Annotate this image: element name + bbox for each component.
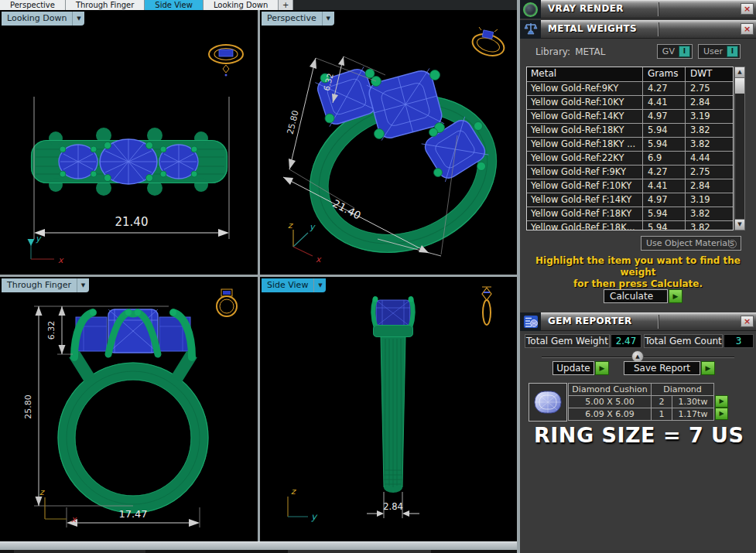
metal-table-row[interactable]: Yellow Gold-Ref:18KY 5.94 3.82 — [527, 124, 733, 138]
chevron-down-icon[interactable]: ▼ — [322, 12, 334, 26]
total-gem-weight-value: 2.47 — [611, 334, 641, 348]
metal-table-row[interactable]: Yellow Gold-Ref:9KY 4.27 2.75 — [527, 82, 733, 96]
axis-x-label: x — [58, 255, 64, 265]
calculate-button[interactable]: Calculate — [604, 289, 668, 303]
viewport-region: Perspective Through Finger Side View Loo… — [0, 0, 517, 541]
bottom-strip-segment — [288, 550, 431, 553]
add-tab-button[interactable]: + — [279, 0, 293, 10]
metal-table-row[interactable]: Yellow Gold-Ref:18KY ... 5.94 3.82 — [527, 138, 733, 152]
gem-thumbnail[interactable] — [529, 383, 567, 422]
metal-table-header: Metal Grams DWT — [527, 67, 733, 82]
user-toggle-label: User — [703, 46, 723, 56]
scrollbar-thumb[interactable] — [735, 78, 744, 94]
total-gem-weight-label: Total Gem Weight — [525, 334, 610, 348]
metal-table-row[interactable]: Yellow Gold-Ref F:10KY 4.41 2.84 — [527, 179, 733, 193]
library-row: Library:METAL — [535, 46, 605, 57]
gv-toggle-label: GV — [662, 46, 675, 56]
use-object-materials-button[interactable]: Use Object Materials — [641, 236, 741, 251]
gv-toggle[interactable]: GV I — [657, 44, 693, 59]
metal-weights-panel-header[interactable]: METAL WEIGHTS × — [520, 20, 756, 39]
ring-perspective-drawing: 25.80 6.32 21.40 z y x — [260, 10, 517, 275]
ring-top-view-drawing: 21.40 y x — [0, 10, 258, 275]
bottom-strip — [0, 550, 517, 553]
library-value: METAL — [575, 46, 605, 57]
matrix-jewelry-cad-window: Perspective Through Finger Side View Loo… — [0, 0, 756, 553]
header-divider — [658, 2, 659, 16]
dwt-column-header[interactable]: DWT — [686, 67, 733, 81]
viewport-tabbar: Perspective Through Finger Side View Loo… — [0, 0, 517, 10]
gem-row-go-icon[interactable]: ▶ — [715, 395, 728, 408]
metal-table-row[interactable]: Yellow Gold-Ref:22KY 6.9 4.44 — [527, 152, 733, 166]
tabbar-filler — [293, 0, 517, 10]
dimension-band-width: 2.84 — [383, 501, 403, 512]
gem-row-count: 1 — [651, 408, 672, 421]
viewport-label-looking-down[interactable]: Looking Down ▼ — [2, 12, 84, 26]
user-toggle[interactable]: User I — [698, 44, 741, 59]
save-report-go-icon[interactable]: ▶ — [701, 361, 715, 375]
gem-report-icon — [520, 312, 541, 331]
total-gem-count-label: Total Gem Count — [644, 334, 723, 348]
tab-looking-down[interactable]: Looking Down — [204, 0, 279, 10]
metal-weights-panel-title: METAL WEIGHTS — [548, 23, 637, 34]
viewport-perspective[interactable]: Perspective ▼ — [260, 10, 517, 275]
header-divider — [658, 22, 659, 36]
viewport-side-view[interactable]: Side View ▼ — [260, 277, 517, 541]
vray-panel-title: VRAY RENDER — [548, 3, 624, 14]
gem-row-weight: 1.30tw — [672, 395, 714, 408]
viewport-looking-down[interactable]: Looking Down ▼ — [0, 10, 258, 275]
axis-x-label: x — [316, 254, 322, 265]
gem-row-go-icon[interactable]: ▶ — [715, 408, 728, 420]
axis-z-label: z — [291, 486, 296, 497]
metal-table-row[interactable]: Yellow Gold-Ref:14KY 4.97 3.19 — [527, 110, 733, 124]
update-go-icon[interactable]: ▶ — [595, 361, 609, 375]
scroll-up-icon[interactable]: ▲ — [735, 67, 744, 78]
axis-z-label: z — [39, 487, 45, 497]
gem-type-header: Diamond Cushion — [568, 383, 652, 396]
scroll-down-icon[interactable]: ▼ — [735, 219, 744, 230]
save-report-button[interactable]: Save Report — [624, 361, 700, 375]
viewport-label-text: Looking Down — [2, 12, 72, 26]
chevron-down-icon[interactable]: ▼ — [313, 278, 326, 292]
tab-perspective[interactable]: Perspective — [0, 0, 66, 10]
axis-z-label: z — [288, 220, 293, 230]
grams-column-header[interactable]: Grams — [643, 67, 686, 81]
metal-table-row[interactable]: Yellow Gold-Ref F:9KY 4.27 2.75 — [527, 166, 733, 179]
total-gem-count-value: 3 — [724, 334, 754, 348]
chevron-down-icon[interactable]: ▼ — [77, 278, 89, 292]
dimension-head-height: 6.32 — [46, 321, 56, 340]
metal-table-row[interactable]: Yellow Gold-Ref F:18KY 5.94 3.82 — [527, 207, 733, 221]
tab-through-finger[interactable]: Through Finger — [66, 0, 145, 10]
use-object-materials-label: Use Object Materials — [646, 238, 734, 248]
viewport-label-side-view[interactable]: Side View ▼ — [262, 278, 326, 292]
gem-row-size[interactable]: 5.00 X 5.00 — [568, 395, 652, 408]
axis-y-label: y — [311, 511, 318, 522]
metal-table-row[interactable]: Yellow Gold-Ref F:18K... 5.94 3.82 — [527, 221, 733, 230]
ring-side-view-drawing: 2.84 z y — [260, 277, 517, 541]
viewport-label-text: Perspective — [262, 12, 322, 26]
metal-column-header[interactable]: Metal — [527, 67, 643, 81]
gem-reporter-panel-header[interactable]: GEM REPORTER × — [520, 312, 756, 331]
tab-side-view[interactable]: Side View — [145, 0, 204, 10]
metal-table-row[interactable]: Yellow Gold-Ref F:14KY 4.97 3.19 — [527, 193, 733, 207]
viewport-through-finger[interactable]: Through Finger ▼ — [0, 277, 258, 541]
close-icon[interactable]: × — [741, 23, 754, 35]
user-toggle-switch[interactable]: I — [727, 46, 738, 57]
calculate-go-icon[interactable]: ▶ — [669, 289, 682, 303]
close-icon[interactable]: × — [741, 3, 754, 15]
vray-icon — [520, 0, 541, 19]
metal-table-row[interactable]: Yellow Gold-Ref:10KY 4.41 2.84 — [527, 96, 733, 110]
vray-render-panel-header[interactable]: VRAY RENDER × — [520, 0, 756, 19]
update-button[interactable]: Update — [552, 361, 594, 375]
metal-table-scrollbar[interactable]: ▲ ▼ — [734, 67, 745, 230]
ring-orientation-icon — [470, 27, 507, 60]
scale-icon — [520, 20, 541, 39]
close-icon[interactable]: × — [741, 316, 754, 327]
viewport-label-perspective[interactable]: Perspective ▼ — [262, 12, 334, 26]
gem-row-weight: 1.17tw — [672, 408, 714, 421]
gem-row-size[interactable]: 6.09 X 6.09 — [568, 408, 652, 421]
viewport-label-through-finger[interactable]: Through Finger ▼ — [2, 278, 89, 292]
gv-toggle-switch[interactable]: I — [679, 46, 690, 57]
ring-orientation-icon — [217, 289, 237, 316]
chevron-down-icon[interactable]: ▼ — [72, 12, 84, 26]
radio-icon[interactable] — [728, 240, 737, 248]
